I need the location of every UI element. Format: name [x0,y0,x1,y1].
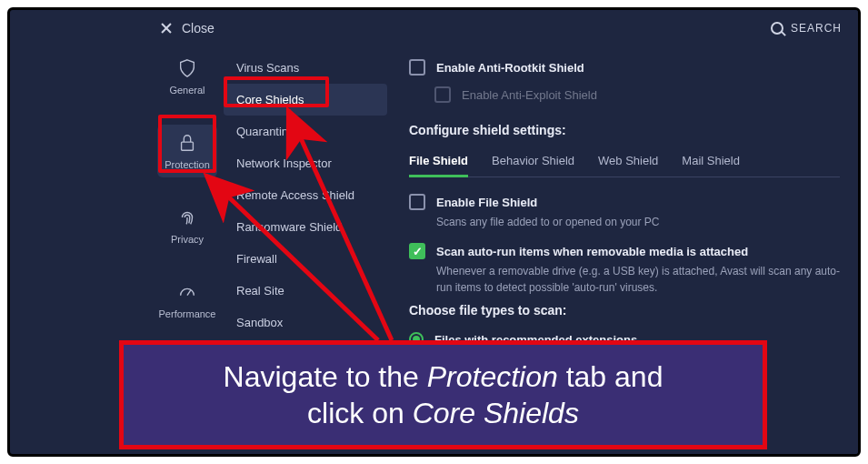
sidebar-item-label: General [169,85,205,96]
close-icon [160,22,173,35]
shield-icon [176,57,198,79]
banner-seg: click on [307,397,413,429]
top-bar: Close SEARCH [151,10,858,46]
banner-em-protection: Protection [427,360,558,393]
exploit-checkbox-row[interactable]: Enable Anti-Exploit Shield [409,81,840,108]
sidebar-item-protection[interactable]: Protection [157,125,217,177]
gauge-icon [176,281,198,303]
submenu-item-virus-scans[interactable]: Virus Scans [224,52,387,84]
banner-em-core-shields: Core Shields [413,397,579,429]
sidebar-item-privacy[interactable]: Privacy [157,199,217,252]
file-shield-desc: Scans any file added to or opened on you… [436,214,840,230]
close-label: Close [182,21,215,35]
close-button[interactable]: Close [160,21,215,35]
svg-rect-0 [182,142,194,150]
submenu-item-network-inspector[interactable]: Network Inspector [224,147,387,179]
file-shield-checkbox-row[interactable]: Enable File Shield [409,188,840,216]
submenu-item-remote-access-shield[interactable]: Remote Access Shield [224,179,387,211]
autorun-label: Scan auto-run items when removable media… [436,245,748,258]
instruction-banner: Navigate to the Protection tab and click… [119,340,767,449]
submenu-item-sandbox[interactable]: Sandbox [224,307,387,338]
tab-behavior-shield[interactable]: Behavior Shield [492,146,574,177]
search-icon [771,22,783,35]
tab-web-shield[interactable]: Web Shield [598,146,658,177]
checkbox-icon [409,59,425,76]
banner-seg: tab and [558,360,663,393]
autorun-desc: Whenever a removable drive (e.g. a USB k… [436,263,840,296]
sidebar-item-label: Privacy [171,234,204,245]
search-label: SEARCH [791,22,842,35]
checkbox-icon [409,194,425,210]
banner-text: Navigate to the Protection tab and click… [224,358,663,431]
sidebar-item-performance[interactable]: Performance [157,274,217,327]
submenu-item-firewall[interactable]: Firewall [224,243,387,275]
sidebar-item-label: Protection [165,159,210,170]
sidebar-item-general[interactable]: General [157,50,217,103]
fingerprint-icon [176,207,198,228]
configure-heading: Configure shield settings: [409,123,840,137]
sidebar-item-label: Performance [159,308,216,319]
search-button[interactable]: SEARCH [771,22,842,35]
lock-icon [176,132,198,154]
submenu-item-ransomware-shield[interactable]: Ransomware Shield [224,211,387,243]
shield-tabs: File Shield Behavior Shield Web Shield M… [409,146,840,177]
submenu-item-quarantine[interactable]: Quarantine [224,116,387,147]
rootkit-checkbox-row[interactable]: Enable Anti-Rootkit Shield [409,54,840,81]
tab-file-shield[interactable]: File Shield [409,146,468,177]
autorun-checkbox-row[interactable]: Scan auto-run items when removable media… [409,237,840,265]
exploit-label: Enable Anti-Exploit Shield [462,88,597,102]
rootkit-label: Enable Anti-Rootkit Shield [436,61,584,75]
checkbox-icon [434,86,451,103]
checkbox-checked-icon [409,243,425,259]
tab-mail-shield[interactable]: Mail Shield [682,146,740,177]
banner-seg: Navigate to the [224,360,427,393]
svg-line-1 [187,290,191,296]
submenu-item-core-shields[interactable]: Core Shields [224,84,387,116]
app-window: Close SEARCH General Prote [7,7,861,457]
filetypes-heading: Choose file types to scan: [409,303,840,318]
submenu-item-real-site[interactable]: Real Site [224,275,387,307]
file-shield-label: Enable File Shield [436,196,537,209]
